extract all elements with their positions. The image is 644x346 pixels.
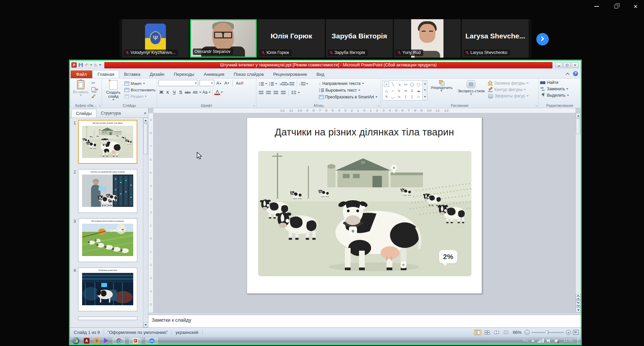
grow-font-icon[interactable]: А▲ xyxy=(216,80,222,87)
clock[interactable]: 11:05 xyxy=(563,338,573,343)
arrange-button[interactable]: Упорядочить xyxy=(429,80,454,103)
next-participants-button[interactable] xyxy=(536,33,549,45)
slide-thumbnail-1[interactable]: 1 Датчики на різних ділянках тіла тварин xyxy=(71,120,148,164)
shape-icon[interactable]: A xyxy=(384,82,389,87)
shape-outline-button[interactable]: Контур фигуры xyxy=(488,87,529,92)
select-button[interactable]: Выделить xyxy=(540,93,579,98)
tab-design[interactable]: Дизайн xyxy=(145,70,169,78)
participant-tile[interactable]: Volodymyr Kryzhanivs... xyxy=(122,19,189,58)
participant-tile[interactable]: Larysa Shevche... Larysa Shevchenko xyxy=(462,19,529,58)
layout-button[interactable]: Макет xyxy=(124,80,155,87)
format-painter-icon[interactable] xyxy=(92,93,96,98)
ppt-minimize-icon[interactable] xyxy=(555,62,563,68)
font-name-combo[interactable] xyxy=(158,80,198,86)
shape-icon[interactable]: { xyxy=(402,94,409,100)
zoom-slider-thumb[interactable] xyxy=(545,331,548,335)
minimize-icon[interactable] xyxy=(593,3,600,10)
zoom-slider[interactable] xyxy=(532,330,564,335)
tab-review[interactable]: Рецензирование xyxy=(269,70,312,78)
shape-icon[interactable]: ☁ xyxy=(415,88,422,94)
align-right-icon[interactable] xyxy=(273,90,279,96)
status-theme[interactable]: "Оформление по умолчанию" xyxy=(104,330,172,335)
shape-icon[interactable]: ▢ xyxy=(415,81,422,88)
shape-icon[interactable]: } xyxy=(409,94,415,100)
participant-tile[interactable]: Yuriy Rud xyxy=(394,19,461,58)
quick-styles-button[interactable]: Экспресс-стили xyxy=(456,80,487,103)
normal-view-icon[interactable] xyxy=(474,329,481,336)
shape-icon[interactable]: ╲ xyxy=(390,81,396,88)
tab-file[interactable]: Файл xyxy=(71,70,92,78)
next-slide-button[interactable] xyxy=(576,301,581,308)
undo-dropdown-icon[interactable] xyxy=(90,64,92,66)
media-player-taskbar-icon[interactable] xyxy=(104,338,108,343)
zoom-out-icon[interactable]: – xyxy=(525,330,530,335)
tab-animations[interactable]: Анимация xyxy=(199,70,229,78)
ppt-close-icon[interactable] xyxy=(571,62,579,68)
scroll-thumb[interactable] xyxy=(144,123,148,154)
acrobat-taskbar-icon[interactable] xyxy=(84,338,90,344)
replace-button[interactable]: Заменить xyxy=(540,86,579,92)
show-desktop-button[interactable] xyxy=(577,337,580,344)
copy-icon[interactable] xyxy=(92,87,95,92)
clear-formatting-icon[interactable]: Аа xyxy=(235,80,244,87)
editor-scrollbar[interactable] xyxy=(575,113,581,313)
text-shadow-button[interactable]: S xyxy=(178,89,183,96)
status-language[interactable]: украинский xyxy=(172,330,202,335)
redo-icon[interactable] xyxy=(94,62,97,68)
font-size-combo[interactable] xyxy=(200,80,214,86)
change-case-button[interactable]: Аа xyxy=(202,89,208,96)
participant-tile-active-speaker[interactable]: Olexandr Stepanov xyxy=(190,19,257,58)
shape-icon[interactable]: ▭ xyxy=(402,81,409,88)
shape-icon[interactable]: ⇓ xyxy=(409,88,415,94)
paste-button[interactable]: Вставить xyxy=(71,80,90,103)
strikethrough-button[interactable]: abc xyxy=(184,89,191,96)
close-icon[interactable] xyxy=(632,3,639,10)
new-slide-button[interactable]: Создать слайд xyxy=(103,80,123,103)
slide-thumbnail-4[interactable]: 4 Організація доїння корів xyxy=(71,268,148,311)
chrome-taskbar-button[interactable] xyxy=(113,338,125,344)
tab-slideshow[interactable]: Показ слайдов xyxy=(229,70,269,78)
underline-button[interactable]: Ч xyxy=(171,89,177,96)
gallery-more-icon[interactable] xyxy=(423,94,427,100)
character-spacing-button[interactable]: АВ xyxy=(192,89,199,96)
shape-icon[interactable]: ◡ xyxy=(390,94,396,100)
tab-outline[interactable]: Структура xyxy=(97,109,125,118)
shape-icon[interactable]: ☆ xyxy=(415,94,422,100)
convert-smartart-button[interactable]: Преобразовать в SmartArt xyxy=(319,94,378,100)
slide-thumbnail-3[interactable]: 3 Застосування безпілотників на пасовища… xyxy=(71,218,148,262)
reading-view-icon[interactable] xyxy=(493,329,500,336)
shape-icon[interactable]: ⇒ xyxy=(402,88,409,94)
help-icon[interactable] xyxy=(573,71,578,76)
scroll-thumb[interactable] xyxy=(576,119,580,134)
fit-to-window-icon[interactable] xyxy=(573,330,579,335)
customize-qat-icon[interactable] xyxy=(99,64,102,66)
tab-slides-thumbnails[interactable]: Слайды xyxy=(71,109,97,118)
previous-slide-button[interactable] xyxy=(576,294,581,301)
slide-sorter-view-icon[interactable] xyxy=(484,329,491,336)
shape-effects-button[interactable]: Эффекты фигур xyxy=(488,93,529,99)
scroll-down-icon[interactable] xyxy=(576,308,581,313)
increase-indent-icon[interactable] xyxy=(288,81,295,87)
gallery-up-icon[interactable] xyxy=(423,81,427,87)
tab-view[interactable]: Вид xyxy=(312,70,329,78)
collapse-ribbon-icon[interactable] xyxy=(567,72,570,75)
power-plug-icon[interactable] xyxy=(554,339,559,343)
align-left-icon[interactable] xyxy=(258,90,264,96)
firefox-taskbar-icon[interactable] xyxy=(94,338,100,344)
ppt-restore-icon[interactable] xyxy=(563,62,571,68)
shape-icon[interactable]: ⌐ xyxy=(390,88,396,94)
scroll-up-icon[interactable] xyxy=(576,113,581,118)
shrink-font-icon[interactable]: А▼ xyxy=(224,80,230,87)
start-button[interactable] xyxy=(72,337,79,344)
participant-tile[interactable]: Заруба Вікторія Заруба Вікторія xyxy=(326,19,393,58)
shape-icon[interactable]: ↘ xyxy=(396,81,402,88)
restore-icon[interactable] xyxy=(612,3,620,10)
volume-icon[interactable] xyxy=(547,339,551,343)
close-panel-icon[interactable] xyxy=(144,111,147,116)
scroll-up-icon[interactable] xyxy=(143,118,148,123)
tab-insert[interactable]: Вставка xyxy=(119,70,145,78)
bold-button[interactable]: Ж xyxy=(158,89,164,96)
shape-icon[interactable]: ∿ xyxy=(396,94,402,100)
zoom-taskbar-button[interactable]: zm xyxy=(146,338,158,344)
font-color-button[interactable]: А xyxy=(214,89,220,95)
